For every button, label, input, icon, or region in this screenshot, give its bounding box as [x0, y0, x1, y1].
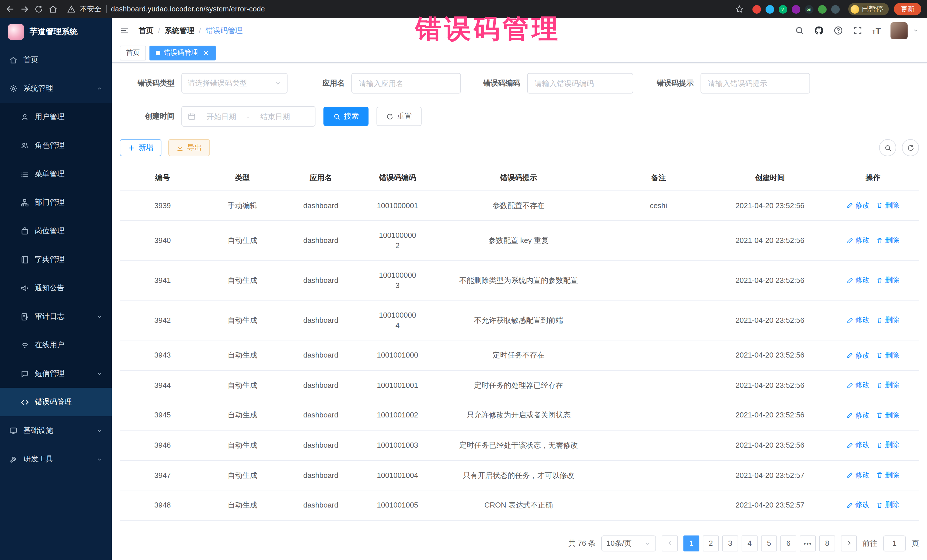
sidebar-item-role[interactable]: 角色管理 — [0, 131, 112, 160]
sidebar-item-label: 岗位管理 — [35, 226, 64, 236]
error-type-placeholder: 请选择错误码类型 — [188, 78, 274, 88]
tab-home[interactable]: 首页 — [120, 46, 146, 60]
browser-extension-icon[interactable] — [752, 5, 761, 14]
edit-link[interactable]: 修改 — [847, 440, 870, 450]
edit-link[interactable]: 修改 — [847, 381, 870, 390]
profile-paused-badge[interactable]: 已暂停 — [848, 3, 889, 15]
extensions-row: Von — [752, 5, 839, 14]
page-button-6[interactable]: 6 — [780, 535, 796, 551]
error-hint-input[interactable] — [701, 73, 810, 94]
sidebar-item-notice[interactable]: 通知公告 — [0, 274, 112, 302]
cell-remark — [604, 346, 713, 365]
header-search-icon[interactable] — [794, 26, 804, 35]
edit-link[interactable]: 修改 — [847, 201, 870, 211]
delete-link[interactable]: 删除 — [877, 470, 899, 480]
edit-link[interactable]: 修改 — [847, 276, 870, 285]
breadcrumb-home[interactable]: 首页 — [138, 25, 153, 36]
end-date-input[interactable] — [254, 112, 296, 121]
browser-forward-icon[interactable] — [20, 5, 29, 14]
edit-link[interactable]: 修改 — [847, 470, 870, 480]
page-button-8[interactable]: 8 — [819, 535, 835, 551]
delete-link[interactable]: 删除 — [877, 316, 899, 325]
error-code-input[interactable] — [527, 73, 633, 94]
reset-button[interactable]: 重置 — [377, 107, 422, 126]
delete-link[interactable]: 删除 — [877, 381, 899, 390]
page-button-4[interactable]: 4 — [742, 535, 758, 551]
browser-reload-icon[interactable] — [34, 5, 43, 14]
delete-link[interactable]: 删除 — [877, 411, 899, 420]
date-range-picker[interactable]: - — [181, 106, 316, 127]
page-button-3[interactable]: 3 — [722, 535, 738, 551]
cell-id: 3947 — [120, 460, 205, 490]
browser-extension-icon[interactable]: V — [778, 5, 787, 14]
browser-extension-icon[interactable] — [765, 5, 774, 14]
export-button[interactable]: 导出 — [168, 139, 210, 156]
app-name-input[interactable] — [351, 73, 461, 94]
edit-icon — [847, 277, 854, 284]
edit-link[interactable]: 修改 — [847, 351, 870, 360]
edit-link[interactable]: 修改 — [847, 411, 870, 420]
delete-link[interactable]: 删除 — [877, 235, 899, 245]
refresh-table-button[interactable] — [902, 139, 919, 156]
browser-home-icon[interactable] — [49, 5, 58, 14]
sidebar-item-user[interactable]: 用户管理 — [0, 103, 112, 131]
sidebar-item-post[interactable]: 岗位管理 — [0, 217, 112, 245]
search-button[interactable]: 搜索 — [324, 107, 369, 126]
cell-type: 自动生成 — [205, 371, 280, 400]
sidebar-item-online-user[interactable]: 在线用户 — [0, 331, 112, 359]
edit-link[interactable]: 修改 — [847, 316, 870, 325]
browser-extension-icon[interactable]: on — [805, 5, 813, 14]
page-button-1[interactable]: 1 — [684, 535, 699, 551]
page-size-select[interactable]: 10条/页 — [601, 535, 656, 551]
browser-update-button[interactable]: 更新 — [894, 3, 921, 15]
cell-error-hint: 参数配置 key 重复 — [433, 226, 604, 255]
tab-error-code[interactable]: 错误码管理 — [149, 46, 216, 60]
delete-link[interactable]: 删除 — [877, 201, 899, 211]
browser-extension-icon[interactable] — [818, 5, 826, 14]
sidebar-item-devtools[interactable]: 研发工具 — [0, 445, 112, 473]
address-bar[interactable]: 不安全 dashboard.yudao.iocoder.cn/system/er… — [63, 4, 744, 14]
breadcrumb-system[interactable]: 系统管理 — [164, 25, 194, 36]
total-count: 共 76 条 — [568, 538, 596, 548]
avatar-caret-icon[interactable] — [913, 27, 919, 33]
next-page-button[interactable] — [841, 535, 857, 551]
sidebar-item-dept[interactable]: 部门管理 — [0, 188, 112, 217]
goto-page-input[interactable] — [883, 535, 906, 551]
edit-link[interactable]: 修改 — [847, 501, 870, 510]
browser-back-icon[interactable] — [6, 5, 15, 14]
collapse-sidebar-icon[interactable] — [120, 26, 129, 35]
browser-extension-icon[interactable] — [792, 5, 800, 14]
sidebar-item-sms[interactable]: 短信管理 — [0, 359, 112, 388]
start-date-input[interactable] — [200, 112, 242, 121]
delete-link[interactable]: 删除 — [877, 501, 899, 510]
cell-actions: 修改删除 — [827, 371, 919, 400]
sidebar-item-home[interactable]: 首页 — [0, 46, 112, 74]
toggle-search-button[interactable] — [879, 139, 896, 156]
sidebar-item-dict[interactable]: 字典管理 — [0, 245, 112, 274]
edit-link[interactable]: 修改 — [847, 235, 870, 245]
page-more-button[interactable]: ••• — [800, 535, 816, 551]
prev-page-button[interactable] — [662, 535, 678, 551]
page-button-2[interactable]: 2 — [703, 535, 719, 551]
sidebar-item-menu[interactable]: 菜单管理 — [0, 160, 112, 188]
close-tab-icon[interactable] — [202, 49, 209, 56]
font-size-icon[interactable]: TT — [872, 26, 881, 35]
bookmark-star-icon[interactable] — [734, 5, 744, 14]
browser-extension-icon[interactable] — [831, 5, 839, 14]
user-avatar[interactable] — [891, 22, 907, 39]
sidebar-item-audit-log[interactable]: 审计日志 — [0, 302, 112, 331]
sidebar-item-infra[interactable]: 基础设施 — [0, 416, 112, 445]
delete-link[interactable]: 删除 — [877, 440, 899, 450]
delete-link[interactable]: 删除 — [877, 276, 899, 285]
fullscreen-icon[interactable] — [853, 26, 862, 35]
add-button[interactable]: 新增 — [120, 139, 161, 156]
sidebar-item-label: 角色管理 — [35, 140, 64, 150]
github-icon[interactable] — [814, 26, 824, 35]
help-icon[interactable] — [833, 26, 843, 35]
page-button-5[interactable]: 5 — [761, 535, 777, 551]
app-logo[interactable]: 芋道管理系统 — [0, 18, 112, 46]
delete-link[interactable]: 删除 — [877, 351, 899, 360]
error-type-select[interactable]: 请选择错误码类型 — [181, 73, 287, 94]
sidebar-item-system[interactable]: 系统管理 — [0, 74, 112, 103]
sidebar-item-error-code[interactable]: 错误码管理 — [0, 388, 112, 416]
